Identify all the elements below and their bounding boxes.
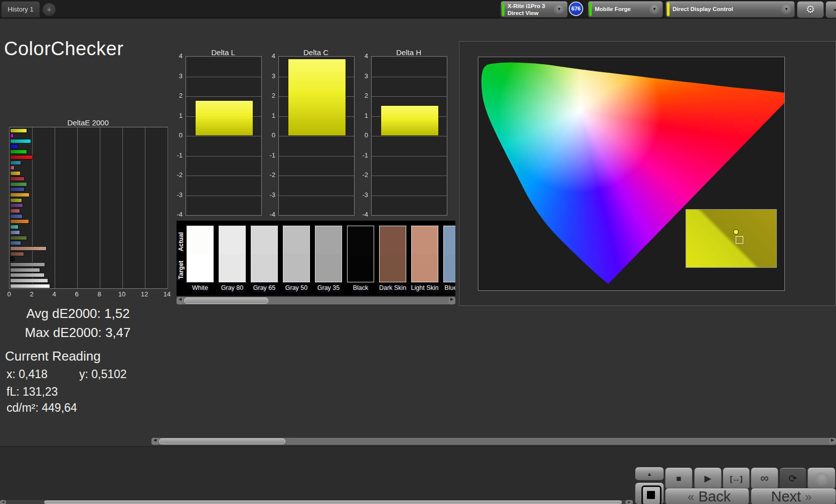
tab-history-1[interactable]: History 1 bbox=[2, 2, 40, 18]
gridline bbox=[186, 77, 261, 77]
deltae-bar bbox=[10, 230, 20, 235]
gridline bbox=[186, 176, 261, 176]
chart-title: Delta L bbox=[186, 48, 261, 57]
deltae-bar bbox=[10, 273, 45, 277]
deltae-bar bbox=[10, 133, 14, 138]
gridline bbox=[279, 176, 354, 176]
axis-tick-label: -3 bbox=[260, 191, 275, 199]
next-button[interactable]: Next» bbox=[751, 488, 836, 504]
chart-title: Delta H bbox=[371, 48, 446, 57]
chevron-down-icon[interactable]: ▼ bbox=[649, 5, 660, 14]
axis-tick-label: 2 bbox=[26, 290, 37, 298]
pattern-scrollbar[interactable]: ◀ ▶ bbox=[0, 500, 633, 504]
status-stripe bbox=[589, 3, 592, 16]
deltae-bar bbox=[10, 149, 27, 154]
swatch-label: Gray 65 bbox=[249, 284, 280, 291]
axis-tick-label: 8 bbox=[94, 290, 105, 298]
scrollbar-thumb[interactable] bbox=[44, 500, 622, 504]
axis-tick-label: -1 bbox=[353, 151, 368, 159]
swatch-label: White bbox=[185, 284, 216, 291]
gridline bbox=[372, 96, 447, 97]
refresh-button[interactable]: ⟳ bbox=[779, 467, 806, 489]
stop-button[interactable]: ■ bbox=[665, 467, 693, 489]
target-swatch bbox=[219, 254, 245, 282]
target-swatch bbox=[315, 254, 342, 282]
gridline bbox=[100, 127, 100, 288]
scroll-left-icon[interactable]: ◀ bbox=[0, 500, 6, 504]
target-swatch bbox=[380, 254, 406, 282]
deltae-bar bbox=[10, 225, 19, 229]
chevron-down-icon[interactable]: ▼ bbox=[554, 5, 565, 14]
play-button[interactable]: ▶ bbox=[694, 467, 722, 489]
chart-plot bbox=[278, 56, 355, 216]
deltae-bar bbox=[10, 177, 25, 181]
pattern-list-up-button[interactable]: ▲ bbox=[635, 467, 664, 480]
actual-swatch bbox=[219, 226, 245, 254]
scroll-left-icon[interactable]: ◀ bbox=[151, 438, 158, 445]
deltae-bar bbox=[10, 128, 27, 133]
window-frame-icon bbox=[641, 485, 661, 504]
gridline bbox=[55, 127, 55, 288]
target-swatch bbox=[348, 254, 374, 282]
axis-tick-label: 6 bbox=[71, 290, 82, 298]
deltae-bar bbox=[10, 257, 15, 261]
color-swatch-black bbox=[347, 226, 374, 282]
meter-dropdown-display-control[interactable]: Direct Display Control ▼ bbox=[665, 1, 795, 18]
target-swatch bbox=[251, 254, 277, 282]
axis-tick-label: 1 bbox=[260, 112, 275, 119]
zoom-inset bbox=[686, 209, 777, 268]
status-stripe bbox=[502, 3, 505, 16]
loop-button[interactable]: ∞ bbox=[751, 467, 778, 489]
extra-button[interactable] bbox=[807, 467, 835, 489]
meter-name: X-Rite i1Pro 3 bbox=[508, 3, 545, 9]
gridline bbox=[145, 127, 145, 288]
chevron-down-icon[interactable]: ▼ bbox=[781, 5, 792, 14]
chart-plot bbox=[9, 127, 168, 289]
scrollbar-thumb[interactable] bbox=[159, 438, 285, 444]
pattern-size-button[interactable]: [↔] bbox=[723, 467, 750, 489]
meter-dropdown-xrite[interactable]: X-Rite i1Pro 3 Direct View ▼ bbox=[500, 1, 568, 18]
axis-tick-label: -2 bbox=[353, 171, 368, 179]
gear-icon[interactable]: ⚙ bbox=[797, 1, 824, 18]
chevron-left-icon[interactable]: ◀ bbox=[825, 1, 836, 18]
target-swatch bbox=[187, 254, 213, 282]
table-scrollbar[interactable]: ◀ ▶ bbox=[151, 438, 836, 445]
scroll-left-icon[interactable]: ◀ bbox=[177, 297, 184, 304]
status-stripe bbox=[667, 3, 670, 16]
actual-swatch bbox=[380, 226, 406, 254]
actual-label: Actual bbox=[178, 228, 186, 256]
chevrons-left-icon: « bbox=[684, 490, 698, 503]
chart-plot bbox=[186, 56, 262, 216]
scroll-right-icon[interactable]: ▶ bbox=[625, 500, 633, 504]
swatch-label: Gray 50 bbox=[281, 284, 312, 291]
page-title: ColorChecker bbox=[4, 38, 123, 60]
scrollbar-thumb[interactable] bbox=[184, 297, 268, 304]
scroll-right-icon[interactable]: ▶ bbox=[829, 438, 836, 445]
delta-bar bbox=[195, 100, 253, 136]
gridline bbox=[168, 127, 168, 288]
top-bar: History 1 + X-Rite i1Pro 3 Direct View ▼… bbox=[0, 0, 836, 19]
meter-dropdown-forge[interactable]: Mobile Forge ▼ bbox=[588, 1, 663, 18]
new-tab-button[interactable]: + bbox=[43, 3, 56, 16]
measured-point bbox=[733, 229, 739, 235]
meter-name: Mobile Forge bbox=[595, 6, 631, 12]
gridline bbox=[77, 127, 78, 288]
gridline bbox=[372, 196, 447, 196]
pattern-window-button[interactable] bbox=[635, 482, 664, 504]
swatch-scrollbar[interactable]: ◀ ▶ bbox=[177, 297, 455, 304]
gridline bbox=[186, 96, 261, 97]
axis-tick-label: -3 bbox=[353, 191, 368, 199]
back-button[interactable]: «Back bbox=[665, 488, 749, 504]
color-swatch-blue-sky bbox=[443, 226, 455, 282]
axis-tick-label: -4 bbox=[353, 211, 368, 218]
color-swatch-gray-50 bbox=[283, 226, 310, 282]
axis-tick-label: 2 bbox=[260, 92, 275, 99]
actual-swatch bbox=[283, 226, 309, 254]
color-swatch-gray-65 bbox=[251, 226, 278, 282]
delta-c-chart: Delta C 43210-1-2-3-4 bbox=[260, 48, 356, 231]
deltae-bar bbox=[10, 165, 15, 170]
axis-tick-label: 3 bbox=[260, 72, 275, 80]
scroll-right-icon[interactable]: ▶ bbox=[448, 297, 455, 304]
actual-target-swatch-strip: Actual Target WhiteGray 80Gray 65Gray 50… bbox=[177, 221, 455, 296]
circle-icon bbox=[815, 472, 828, 485]
